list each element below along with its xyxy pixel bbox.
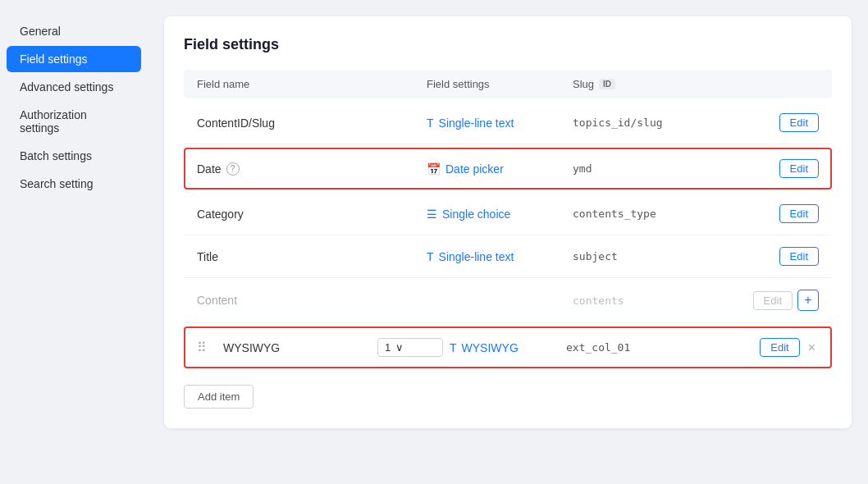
table-row: ContentID/Slug T Single-line text topics… <box>184 102 832 144</box>
slug-title: subject <box>573 250 737 263</box>
actions-title: Edit <box>737 247 819 266</box>
edit-button-contentid[interactable]: Edit <box>779 113 819 132</box>
add-item-button[interactable]: Add item <box>184 385 254 409</box>
table-header: Field name Field settings Slug ID <box>184 70 832 98</box>
page-title: Field settings <box>184 36 832 53</box>
table-row: Title T Single-line text subject Edit <box>184 235 832 278</box>
wysiwyg-dropdown[interactable]: 1 ∨ <box>377 338 443 357</box>
field-type-contentid: T Single-line text <box>427 116 573 130</box>
slug-contentid: topics_id/slug <box>573 116 737 129</box>
help-icon[interactable]: ? <box>226 162 240 176</box>
header-field-name: Field name <box>197 78 427 90</box>
actions-content: Edit + <box>737 290 819 311</box>
sidebar-item-general[interactable]: General <box>7 18 141 44</box>
text-icon: T <box>427 250 434 263</box>
edit-button-title[interactable]: Edit <box>779 247 819 266</box>
sidebar-item-advanced-settings[interactable]: Advanced settings <box>7 74 141 100</box>
sidebar: General Field settings Advanced settings… <box>0 0 148 484</box>
field-name-contentid: ContentID/Slug <box>197 116 427 130</box>
drag-handle-icon[interactable]: ⠿ <box>197 340 217 355</box>
field-settings-panel: Field settings Field name Field settings… <box>164 16 852 428</box>
header-slug: Slug ID <box>573 78 737 90</box>
field-type-wysiwyg: T WYSIWYG <box>450 341 560 354</box>
field-name-date: Date ? <box>197 162 427 176</box>
text-icon: T <box>450 341 457 354</box>
edit-button-wysiwyg[interactable]: Edit <box>760 338 799 357</box>
slug-id-badge: ID <box>599 79 615 89</box>
header-field-settings: Field settings <box>427 78 573 90</box>
field-name-wysiwyg: WYSIWYG <box>223 341 371 354</box>
header-actions <box>737 78 819 90</box>
actions-wysiwyg: Edit × <box>737 338 819 357</box>
table-row: Date ? 📅 Date picker ymd Edit <box>184 148 832 189</box>
actions-contentid: Edit <box>737 113 819 132</box>
slug-wysiwyg: ext_col_01 <box>566 341 730 354</box>
edit-button-content[interactable]: Edit <box>753 291 793 310</box>
actions-date: Edit <box>737 159 819 178</box>
edit-button-date[interactable]: Edit <box>779 159 819 178</box>
table-row: Content contents Edit + <box>184 278 832 323</box>
sidebar-item-field-settings[interactable]: Field settings <box>7 46 141 72</box>
wysiwyg-row: ⠿ WYSIWYG 1 ∨ T WYSIWYG ext_col_01 Edit … <box>184 326 832 368</box>
main-content: Field settings Field name Field settings… <box>148 0 868 484</box>
sidebar-item-search-setting[interactable]: Search setting <box>7 171 141 197</box>
edit-button-category[interactable]: Edit <box>779 204 819 223</box>
actions-category: Edit <box>737 204 819 223</box>
list-icon: ☰ <box>427 208 437 221</box>
field-name-title: Title <box>197 250 427 263</box>
field-type-title: T Single-line text <box>427 250 573 263</box>
close-button-wysiwyg[interactable]: × <box>805 339 819 357</box>
sidebar-item-authorization-settings[interactable]: Authorization settings <box>7 102 141 141</box>
text-icon: T <box>427 116 434 130</box>
table-row: Category ☰ Single choice contents_type E… <box>184 193 832 235</box>
add-field-button[interactable]: + <box>797 290 819 311</box>
slug-category: contents_type <box>573 208 737 220</box>
slug-content: contents <box>573 295 737 307</box>
field-name-content: Content <box>197 294 427 307</box>
sidebar-item-batch-settings[interactable]: Batch settings <box>7 143 141 169</box>
calendar-icon: 📅 <box>427 162 441 176</box>
chevron-down-icon: ∨ <box>395 341 404 354</box>
slug-date: ymd <box>573 162 737 175</box>
field-type-date: 📅 Date picker <box>427 162 573 176</box>
field-type-category: ☰ Single choice <box>427 208 573 221</box>
field-name-category: Category <box>197 208 427 221</box>
